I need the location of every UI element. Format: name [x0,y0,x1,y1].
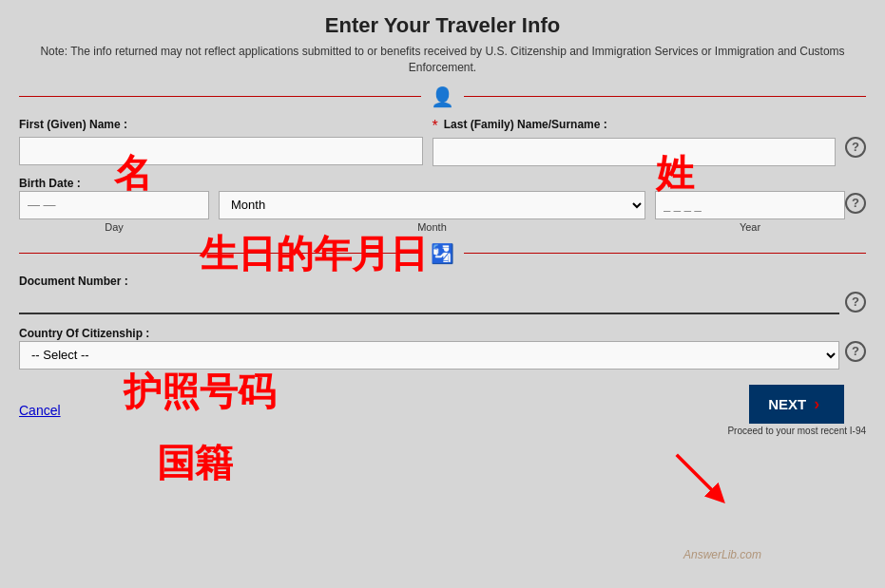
section2-divider: 🛂 [19,242,866,265]
lastname-input[interactable] [433,138,837,166]
divider2-line-left [19,253,421,254]
birth-date-row: Day Month January February March April M… [19,191,866,233]
day-group: Day [19,191,209,233]
month-select[interactable]: Month January February March April May J… [219,191,645,219]
next-section: NEXT › Proceed to your most recent I-94 [727,385,866,436]
passport-icon: 🛂 [431,242,454,265]
required-star: * [433,118,438,135]
next-button-label: NEXT [768,396,806,412]
lastname-label: Last (Family) Name/Surname : [444,118,607,131]
bottom-bar: Cancel NEXT › Proceed to your most recen… [19,385,866,436]
country-citizenship-select[interactable]: -- Select -- Afghanistan China United St… [19,341,839,370]
lastname-help-button[interactable]: ? [845,137,866,158]
next-sub-label: Proceed to your most recent I-94 [727,426,866,436]
section1-divider: 👤 [19,85,866,108]
document-number-row: Document Number : ? [19,275,866,314]
page-title: Enter Your Traveler Info [19,13,866,38]
year-label: Year [655,221,845,233]
page-note: Note: The info returned may not reflect … [19,44,866,76]
next-chevron-icon: › [814,394,819,414]
document-help-button[interactable]: ? [845,292,866,313]
divider2-line-right [464,253,866,254]
document-number-label: Document Number : [19,275,839,288]
document-number-input[interactable] [19,291,839,314]
page-container: 名 姓 生日的年月日 护照号码 国籍 Enter Your Traveler I… [0,0,885,588]
name-row: First (Given) Name : * Last (Family) Nam… [19,118,866,166]
country-help-button[interactable]: ? [845,341,866,362]
overlay-nationality: 国籍 [157,437,233,489]
divider-line-left [19,96,421,97]
year-group: Year [655,191,845,233]
cancel-button[interactable]: Cancel [19,403,61,418]
year-input[interactable] [655,191,845,219]
day-input[interactable] [19,191,209,219]
divider-line-right [464,96,866,97]
country-citizenship-label: Country Of Citizenship : [19,327,149,340]
birthdate-section: Birth Date : Day Month January February … [19,174,866,233]
arrow-indicator [668,446,735,517]
firstname-input[interactable] [19,137,423,165]
lastname-group: * Last (Family) Name/Surname : [433,118,837,166]
person-icon: 👤 [431,85,454,108]
firstname-group: First (Given) Name : [19,118,423,165]
month-label: Month [219,221,645,233]
svg-line-1 [677,455,719,497]
country-citizenship-group: Country Of Citizenship : -- Select -- Af… [19,324,839,370]
day-label: Day [19,221,209,233]
country-citizenship-row: Country Of Citizenship : -- Select -- Af… [19,324,866,370]
watermark: AnswerLib.com [683,548,761,561]
next-button[interactable]: NEXT › [749,385,844,424]
firstname-label: First (Given) Name : [19,118,127,131]
month-group: Month January February March April May J… [219,191,645,233]
document-number-group: Document Number : [19,275,839,314]
birthdate-help-button[interactable]: ? [845,193,866,214]
birthdate-label: Birth Date : [19,177,81,190]
